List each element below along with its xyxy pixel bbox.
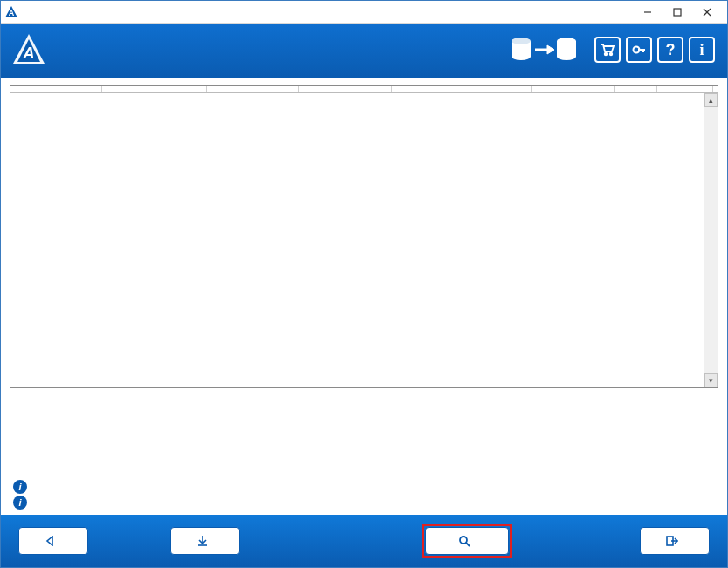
svg-text:A: A — [9, 9, 15, 17]
svg-marker-14 — [547, 45, 554, 54]
section-label — [1, 78, 727, 85]
svg-point-17 — [557, 53, 576, 60]
col-source-db[interactable] — [10, 86, 102, 92]
migration-table: ▴ ▾ — [10, 85, 718, 388]
table-body — [10, 93, 704, 387]
svg-text:A: A — [23, 44, 35, 62]
col-source-table[interactable] — [207, 86, 299, 92]
app-header: A ? i — [1, 24, 727, 78]
db-migration-icon — [509, 32, 579, 67]
cart-icon[interactable] — [594, 37, 621, 63]
preview-button[interactable] — [425, 527, 509, 555]
footer — [1, 515, 727, 567]
preview-highlight — [422, 524, 512, 558]
scroll-up-icon[interactable]: ▴ — [704, 93, 718, 107]
hint-download: i — [13, 480, 715, 494]
exit-button[interactable] — [640, 527, 710, 555]
titlebar: A — [1, 1, 727, 24]
hints: i i — [1, 475, 727, 515]
download-report-button[interactable] — [170, 527, 240, 555]
svg-marker-23 — [47, 537, 52, 545]
col-dest-db[interactable] — [299, 86, 392, 92]
svg-line-27 — [466, 543, 470, 546]
svg-rect-22 — [642, 49, 644, 52]
table-header — [10, 86, 718, 93]
logo-icon: A — [10, 31, 48, 69]
help-icon[interactable]: ? — [657, 37, 683, 63]
vertical-scrollbar[interactable]: ▴ ▾ — [704, 93, 718, 387]
col-dest-db-name[interactable] — [392, 86, 532, 92]
maximize-button[interactable] — [663, 3, 692, 22]
col-target-table[interactable] — [532, 86, 615, 92]
info-bullet-icon: i — [13, 496, 27, 510]
hint-preview: i — [13, 496, 715, 510]
app-icon: A — [4, 5, 18, 19]
svg-point-26 — [460, 537, 467, 544]
info-icon[interactable]: i — [689, 37, 715, 63]
back-button[interactable] — [18, 527, 88, 555]
svg-point-11 — [512, 53, 531, 60]
col-description[interactable] — [615, 86, 657, 92]
svg-rect-3 — [674, 9, 681, 16]
info-bullet-icon: i — [13, 480, 27, 494]
svg-point-12 — [512, 38, 531, 44]
svg-point-19 — [610, 53, 613, 56]
close-button[interactable] — [692, 3, 722, 22]
col-source-db-name[interactable] — [102, 86, 207, 92]
minimize-button[interactable] — [633, 3, 663, 22]
key-icon[interactable] — [626, 37, 652, 63]
col-status[interactable] — [657, 86, 713, 92]
scroll-down-icon[interactable]: ▾ — [704, 373, 718, 387]
svg-point-18 — [605, 53, 608, 56]
